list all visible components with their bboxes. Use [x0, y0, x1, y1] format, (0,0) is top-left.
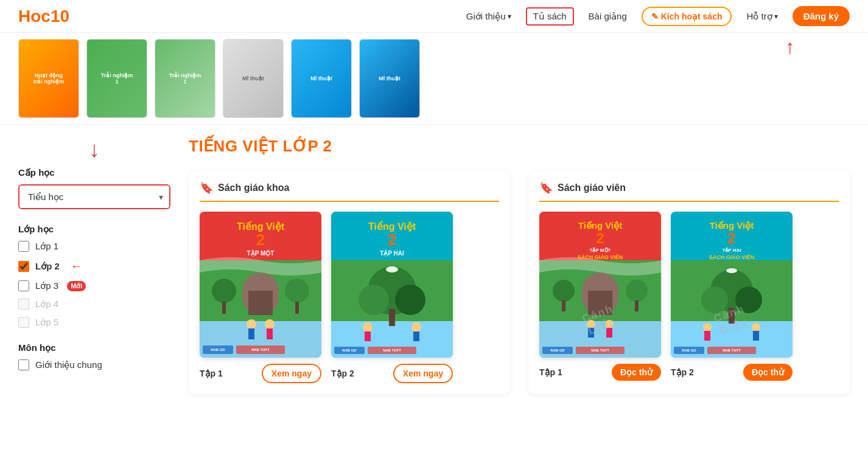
sgk-book-2-tap: Tập 2 — [331, 369, 354, 378]
lop4-label: Lớp 4 — [35, 299, 58, 310]
svg-rect-49 — [562, 300, 565, 311]
lop2-checkbox[interactable] — [18, 261, 29, 272]
sgv-book-2-tap: Tập 2 — [671, 367, 694, 377]
carousel-book-2[interactable]: Trải nghiệm1 — [86, 39, 147, 118]
sgv-book-1-cover[interactable]: Tiếng Việt 2 TẬP MỘT SÁCH GIÁO VIÊN — [539, 212, 661, 358]
arrow-up-indicator: ↑ — [785, 36, 795, 58]
carousel-book-3[interactable]: Trải nghiệm1 — [155, 39, 215, 118]
svg-point-12 — [247, 319, 256, 329]
main-layout: ↓ Cấp học Tiểu học THCS THPT ▾ Lớp học L… — [0, 125, 868, 406]
sgk-book-2-btn[interactable]: Xem ngay — [393, 364, 453, 383]
carousel-area: Hoạt độngtrải nghiệm Trải nghiệm1 Trải n… — [0, 33, 868, 125]
svg-text:NXB THTT: NXB THTT — [383, 349, 401, 352]
lop3-label[interactable]: Lớp 3 — [35, 280, 58, 291]
nav-links: Giới thiệu ▾ Tủ sách Bài giảng ✎ Kích ho… — [466, 6, 850, 26]
svg-text:2: 2 — [727, 230, 735, 246]
cap-hoc-section: Cấp học Tiểu học THCS THPT ▾ — [18, 167, 170, 209]
svg-point-32 — [411, 322, 421, 332]
header: Hoc10 Giới thiệu ▾ Tủ sách Bài giảng ✎ K… — [0, 0, 868, 33]
sgk-section-title: 🔖 Sách giáo khoa — [200, 181, 499, 202]
nav-bai-giang[interactable]: Bài giảng — [589, 11, 627, 22]
sgv-book-1-btn[interactable]: Đọc thử — [612, 364, 661, 381]
svg-point-48 — [553, 280, 575, 302]
svg-point-27 — [359, 285, 389, 315]
sgv-books-row: Tiếng Việt 2 TẬP MỘT SÁCH GIÁO VIÊN — [539, 212, 839, 381]
sgk-book-1-footer: Tập 1 Xem ngay — [200, 364, 321, 383]
svg-text:SÁCH GIÁO VIÊN: SÁCH GIÁO VIÊN — [709, 254, 755, 260]
lop4-checkbox — [18, 299, 29, 310]
sgv-book-2-cover[interactable]: Tiếng Việt 2 TẬP HAI SÁCH GIÁO VIÊN — [671, 212, 793, 358]
lop5-label: Lớp 5 — [35, 317, 58, 328]
lop4-item: Lớp 4 — [18, 299, 170, 310]
section-title: TIẾNG VIỆT LỚP 2 — [189, 137, 850, 156]
svg-rect-31 — [365, 331, 371, 341]
svg-rect-7 — [248, 291, 273, 315]
lop1-label[interactable]: Lớp 1 — [35, 241, 58, 252]
sgk-book-2-cover[interactable]: Tiếng Việt 2 TẬP HAI — [331, 212, 453, 358]
sgk-section: 🔖 Sách giáo khoa — [189, 170, 510, 394]
sgk-book-2: Tiếng Việt 2 TẬP HAI — [331, 212, 453, 383]
lop2-label[interactable]: Lớp 2 — [35, 261, 60, 272]
sgk-book-1-cover[interactable]: Tiếng Việt 2 TẬP MỘT — [200, 212, 321, 358]
lop2-item: Lớp 2 ← — [18, 259, 170, 273]
nav-gioi-thieu[interactable]: Giới thiệu ▾ — [466, 11, 511, 22]
svg-point-8 — [212, 279, 236, 303]
svg-text:2: 2 — [256, 231, 265, 249]
svg-rect-9 — [222, 302, 226, 314]
cap-hoc-select-wrapper[interactable]: Tiểu học THCS THPT ▾ — [18, 184, 170, 209]
nav-tu-sach[interactable]: Tủ sách — [526, 7, 574, 26]
cap-hoc-label: Cấp học — [18, 167, 170, 178]
sgk-book-2-footer: Tập 2 Xem ngay — [331, 364, 453, 383]
svg-point-28 — [395, 285, 425, 315]
svg-text:NXB THTT: NXB THTT — [723, 349, 741, 352]
svg-text:TẬP HAI: TẬP HAI — [380, 249, 404, 257]
sgv-section-title: 🔖 Sách giáo viên — [539, 181, 839, 202]
sgv-book-1-footer: Tập 1 Đọc thử — [539, 364, 661, 381]
logo-text: Hoc — [18, 7, 51, 26]
svg-text:2: 2 — [596, 230, 604, 246]
sgk-books-row: Tiếng Việt 2 TẬP MỘT — [200, 212, 499, 383]
svg-rect-33 — [413, 331, 419, 341]
chevron-down-icon-support: ▾ — [774, 12, 778, 21]
lop1-checkbox[interactable] — [18, 241, 29, 252]
svg-point-30 — [363, 322, 373, 332]
svg-point-10 — [285, 279, 309, 303]
carousel-book-4[interactable]: Mĩ thuật — [223, 39, 284, 118]
lop3-item: Lớp 3 Mới — [18, 280, 170, 291]
mon-hoc-section: Môn học Giới thiệu chung — [18, 342, 170, 370]
cap-hoc-select[interactable]: Tiểu học THCS THPT — [19, 186, 169, 208]
svg-text:2: 2 — [388, 231, 396, 249]
sgk-book-1-btn[interactable]: Xem ngay — [262, 364, 321, 383]
carousel-book-5[interactable]: Mĩ thuật — [291, 39, 352, 118]
logo[interactable]: Hoc10 — [18, 7, 69, 26]
gtc-checkbox[interactable] — [18, 359, 29, 370]
svg-point-75 — [726, 268, 737, 273]
svg-text:TẬP MỘT: TẬP MỘT — [590, 247, 611, 253]
svg-rect-74 — [753, 331, 759, 341]
svg-text:TẬP HAI: TẬP HAI — [722, 247, 741, 253]
register-button[interactable]: Đăng ký — [793, 6, 850, 26]
carousel-book-6[interactable]: Mĩ thuật — [359, 39, 420, 118]
lop5-item: Lớp 5 — [18, 317, 170, 328]
svg-rect-15 — [267, 328, 273, 339]
svg-point-14 — [265, 319, 275, 329]
sgv-book-2-btn[interactable]: Đọc thử — [743, 364, 793, 381]
sidebar: ↓ Cấp học Tiểu học THCS THPT ▾ Lớp học L… — [18, 137, 170, 394]
mon-hoc-label: Môn học — [18, 342, 170, 353]
svg-text:NXB THTT: NXB THTT — [591, 349, 609, 352]
svg-text:NXB GD: NXB GD — [211, 348, 225, 352]
svg-text:TẬP MỘT: TẬP MỘT — [247, 249, 275, 257]
svg-text:NXB THTT: NXB THTT — [251, 348, 270, 352]
svg-text:Tiếng Việt: Tiếng Việt — [710, 220, 754, 231]
new-badge: Mới — [67, 281, 86, 291]
lop3-checkbox[interactable] — [18, 280, 29, 291]
activate-book-button[interactable]: ✎ Kích hoạt sách — [642, 7, 732, 26]
content-area: TIẾNG VIỆT LỚP 2 🔖 Sách giáo khoa — [189, 137, 850, 394]
carousel-book-1[interactable]: Hoạt độngtrải nghiệm — [18, 39, 79, 118]
sgv-book-2-footer: Tập 2 Đọc thử — [671, 364, 793, 381]
chevron-down-icon: ▾ — [508, 12, 511, 21]
svg-point-34 — [386, 266, 398, 272]
nav-ho-tro[interactable]: Hỗ trợ ▾ — [746, 11, 777, 22]
gtc-label[interactable]: Giới thiệu chung — [35, 359, 102, 370]
sgk-book-1-tap: Tập 1 — [200, 369, 223, 378]
